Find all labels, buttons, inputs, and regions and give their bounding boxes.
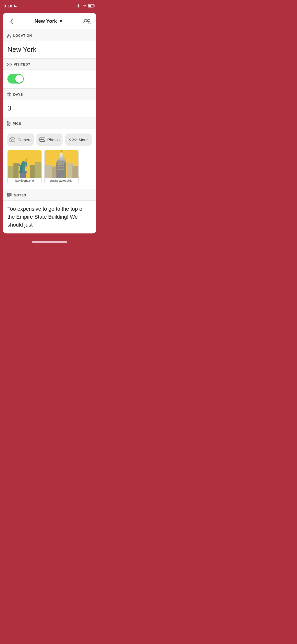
notes-section: NOTES Too expensive to go to the top of … [3,189,96,233]
svg-rect-53 [58,166,59,167]
svg-rect-52 [63,163,64,165]
thumbnail-label-liberty: ladyliberty.png [8,178,41,183]
photos-button[interactable]: Photos [36,134,63,146]
visited-content [3,70,96,88]
days-content: 3 [3,100,96,117]
svg-rect-59 [61,169,62,170]
svg-rect-46 [60,153,62,155]
camera-icon [10,137,15,142]
home-indicator [32,241,67,243]
days-value: 3 [7,104,11,112]
main-card: New York ▼ A LOCATION New York [3,13,96,233]
visited-header-label: VISITED? [14,62,30,66]
notes-content: Too expensive to go to the top of the Em… [3,201,96,233]
status-time: 1:10 [4,4,17,8]
thumbnail-empire[interactable]: empirestatebuild... [44,150,79,184]
page-title[interactable]: New York ▼ [35,18,64,24]
svg-line-10 [10,93,10,96]
liberty-illustration [8,150,41,178]
title-text: New York [35,18,57,24]
svg-rect-23 [35,162,41,178]
visited-header: VISITED? [3,59,96,70]
svg-rect-49 [58,163,59,165]
airplane-icon [76,4,81,8]
svg-point-32 [25,158,28,162]
location-value: New York [7,45,36,53]
eye-icon [7,63,12,66]
photos-label: Photos [47,137,60,142]
svg-rect-55 [61,166,62,167]
thumbnail-image-liberty [8,150,41,178]
svg-point-8 [9,64,10,65]
svg-line-9 [8,93,8,96]
camera-button[interactable]: Camera [7,134,34,146]
svg-rect-39 [72,166,78,178]
location-icon: A [7,33,11,38]
svg-rect-21 [13,163,19,178]
contacts-icon [82,18,91,24]
svg-point-34 [22,161,25,165]
location-content: New York [3,41,96,58]
location-section: A LOCATION New York [3,29,96,59]
thumbnail-ladyliberty[interactable]: ladyliberty.png [7,150,42,184]
svg-point-18 [75,139,76,140]
hash-icon [7,92,11,96]
svg-rect-65 [7,193,8,194]
days-header: DAYS [3,89,96,100]
notes-text: Too expensive to go to the top of the Em… [7,205,92,229]
svg-rect-22 [30,165,36,178]
thumbnail-label-empire: empirestatebuild... [45,178,78,183]
paperclip-icon [7,121,11,126]
battery-icon [88,4,95,8]
svg-rect-36 [45,165,53,178]
more-button[interactable]: More [65,134,92,146]
contacts-button[interactable] [82,17,92,25]
more-label: More [79,137,88,142]
location-header: A LOCATION [3,29,96,41]
svg-point-13 [12,139,13,141]
svg-rect-1 [94,5,95,7]
svg-point-15 [41,139,42,139]
photos-icon [39,137,45,142]
status-bar: 1:10 [0,0,99,12]
nav-bar: New York ▼ [3,13,96,29]
svg-rect-57 [58,169,59,170]
svg-rect-60 [63,169,64,170]
pics-header-label: PICS [13,122,21,126]
svg-rect-56 [63,166,64,167]
wifi-icon [82,4,86,8]
days-header-label: DAYS [13,93,23,96]
camera-label: Camera [17,137,31,142]
visited-section: VISITED? [3,59,96,89]
svg-point-4 [87,19,90,22]
notes-icon [7,193,12,197]
pics-content: Camera Photos [3,129,96,189]
svg-rect-50 [59,163,60,165]
svg-rect-54 [59,166,60,167]
pics-header: PICS [3,117,96,129]
notes-header: NOTES [3,189,96,201]
status-icons [76,4,95,8]
days-section: DAYS 3 [3,89,96,117]
svg-point-16 [69,139,71,140]
svg-rect-24 [20,173,26,178]
more-icon [69,138,77,141]
location-header-label: LOCATION [13,34,32,38]
svg-point-17 [72,139,74,140]
svg-rect-51 [61,163,62,165]
chevron-down-icon: ▼ [59,18,64,24]
svg-rect-58 [59,169,60,170]
toggle-container [7,74,92,84]
svg-rect-20 [8,166,14,178]
svg-rect-38 [67,163,73,178]
notes-header-label: NOTES [14,193,26,197]
pics-buttons-row: Camera Photos [7,134,92,146]
empire-illustration [45,150,78,178]
svg-text:A: A [7,34,10,38]
thumbnail-image-empire [45,150,78,178]
back-button[interactable] [7,17,16,25]
visited-toggle[interactable] [7,74,24,84]
back-icon [10,19,13,24]
svg-rect-66 [7,194,8,195]
moon-icon [13,4,17,8]
